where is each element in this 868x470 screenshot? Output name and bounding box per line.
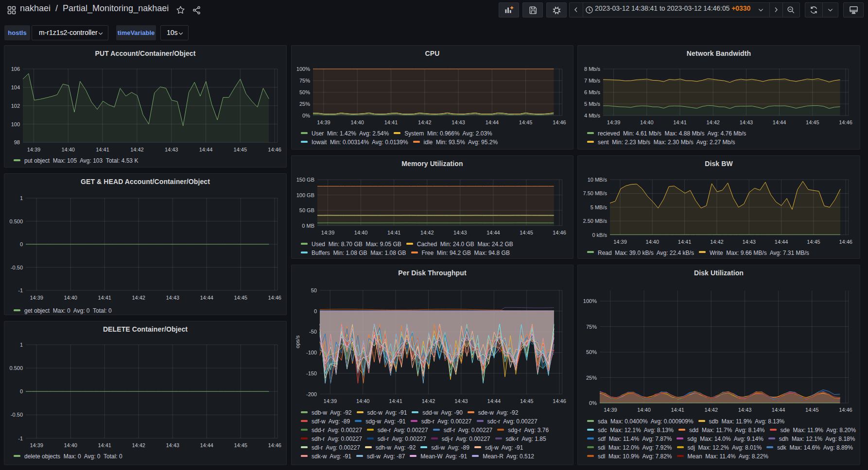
svg-text:-150: -150 [306, 370, 317, 376]
svg-text:50%: 50% [299, 89, 310, 95]
svg-text:14:40: 14:40 [61, 147, 75, 152]
svg-text:14:44: 14:44 [775, 239, 788, 245]
svg-text:14:41: 14:41 [98, 295, 111, 301]
svg-text:14:41: 14:41 [96, 147, 109, 152]
svg-text:14:39: 14:39 [604, 407, 617, 413]
svg-text:14:41: 14:41 [98, 442, 111, 448]
svg-text:14:44: 14:44 [486, 119, 499, 125]
svg-text:50: 50 [311, 287, 317, 293]
svg-text:14:42: 14:42 [132, 442, 145, 448]
svg-text:14:43: 14:43 [453, 230, 467, 235]
svg-text:14:40: 14:40 [646, 239, 660, 245]
svg-text:14:42: 14:42 [710, 239, 724, 245]
svg-text:14:45: 14:45 [519, 119, 533, 125]
svg-text:14:43: 14:43 [165, 147, 178, 152]
svg-text:100: 100 [11, 121, 20, 127]
svg-text:0%: 0% [302, 113, 310, 118]
svg-text:106: 106 [11, 66, 20, 72]
svg-text:14:45: 14:45 [805, 407, 819, 413]
svg-text:14:41: 14:41 [389, 398, 402, 404]
svg-text:14:44: 14:44 [486, 230, 500, 235]
svg-text:-1: -1 [18, 287, 23, 293]
svg-text:ops/s: ops/s [295, 335, 300, 348]
svg-text:14:41: 14:41 [673, 119, 687, 125]
svg-text:14:42: 14:42 [705, 407, 718, 413]
svg-text:14:46: 14:46 [839, 239, 852, 245]
svg-text:25%: 25% [299, 101, 310, 107]
svg-text:14:42: 14:42 [420, 230, 434, 235]
svg-text:14:40: 14:40 [637, 407, 651, 413]
svg-text:1: 1 [20, 342, 23, 348]
svg-text:25%: 25% [586, 375, 597, 381]
svg-text:14:42: 14:42 [422, 398, 435, 404]
svg-text:14:43: 14:43 [451, 119, 465, 125]
svg-text:14:43: 14:43 [742, 239, 756, 245]
svg-text:0 kB/s: 0 kB/s [592, 232, 607, 238]
svg-text:150 GB: 150 GB [296, 177, 314, 183]
svg-text:14:44: 14:44 [773, 119, 786, 125]
svg-text:14:39: 14:39 [30, 295, 43, 301]
svg-text:14:43: 14:43 [166, 295, 179, 301]
svg-text:14:39: 14:39 [607, 119, 621, 125]
svg-text:14:44: 14:44 [487, 398, 501, 404]
svg-text:5 MB/s: 5 MB/s [590, 204, 608, 210]
svg-text:14:42: 14:42 [418, 119, 432, 125]
svg-text:14:40: 14:40 [64, 295, 77, 301]
svg-text:14:44: 14:44 [200, 442, 213, 448]
svg-text:14:45: 14:45 [806, 119, 819, 125]
svg-text:14:46: 14:46 [839, 119, 852, 125]
svg-text:14:40: 14:40 [350, 119, 364, 125]
svg-text:1: 1 [20, 195, 23, 201]
svg-text:7 Mb/s: 7 Mb/s [584, 78, 601, 84]
svg-text:14:46: 14:46 [268, 295, 281, 301]
svg-text:8 Mb/s: 8 Mb/s [584, 66, 601, 72]
svg-text:2.50 MB/s: 2.50 MB/s [583, 218, 607, 224]
svg-text:0 MB: 0 MB [302, 223, 314, 229]
svg-text:100%: 100% [583, 298, 597, 304]
svg-text:75%: 75% [299, 78, 310, 84]
svg-text:10 MB/s: 10 MB/s [588, 177, 608, 183]
svg-text:14:46: 14:46 [839, 407, 852, 413]
svg-text:14:39: 14:39 [324, 398, 337, 404]
svg-text:14:44: 14:44 [772, 407, 785, 413]
svg-text:-0.50: -0.50 [11, 265, 23, 270]
svg-text:14:46: 14:46 [553, 119, 566, 125]
svg-text:6 Mb/s: 6 Mb/s [584, 89, 601, 95]
svg-text:75%: 75% [586, 324, 597, 330]
svg-text:14:46: 14:46 [553, 230, 566, 235]
svg-text:0: 0 [20, 241, 23, 247]
svg-text:14:43: 14:43 [166, 442, 179, 448]
svg-text:0: 0 [314, 308, 317, 314]
svg-text:14:40: 14:40 [64, 442, 77, 448]
svg-text:14:46: 14:46 [268, 442, 281, 448]
svg-text:14:43: 14:43 [740, 119, 753, 125]
svg-text:0%: 0% [589, 400, 597, 406]
svg-text:0.500: 0.500 [9, 218, 23, 224]
svg-text:14:44: 14:44 [200, 295, 213, 301]
svg-text:14:39: 14:39 [317, 119, 330, 125]
svg-text:14:45: 14:45 [234, 147, 247, 152]
svg-text:102: 102 [11, 103, 20, 109]
svg-text:14:45: 14:45 [234, 442, 247, 448]
svg-text:-200: -200 [306, 391, 317, 397]
svg-text:14:39: 14:39 [321, 230, 335, 235]
svg-text:50%: 50% [586, 349, 597, 355]
svg-text:14:39: 14:39 [27, 147, 41, 152]
svg-text:4 Mb/s: 4 Mb/s [584, 113, 601, 118]
svg-text:-100: -100 [306, 350, 317, 355]
svg-text:14:41: 14:41 [384, 119, 398, 125]
svg-text:14:45: 14:45 [520, 398, 534, 404]
svg-text:14:39: 14:39 [30, 442, 43, 448]
svg-text:14:45: 14:45 [807, 239, 820, 245]
svg-text:14:40: 14:40 [354, 230, 368, 235]
svg-text:98: 98 [14, 139, 20, 145]
svg-text:14:45: 14:45 [520, 230, 533, 235]
svg-text:-1: -1 [18, 436, 23, 441]
svg-text:-50: -50 [309, 329, 317, 335]
svg-text:14:41: 14:41 [387, 230, 401, 235]
svg-text:100%: 100% [296, 66, 310, 72]
svg-text:104: 104 [11, 84, 20, 90]
svg-text:14:44: 14:44 [199, 147, 213, 152]
svg-text:14:42: 14:42 [706, 119, 720, 125]
svg-text:14:39: 14:39 [613, 239, 627, 245]
